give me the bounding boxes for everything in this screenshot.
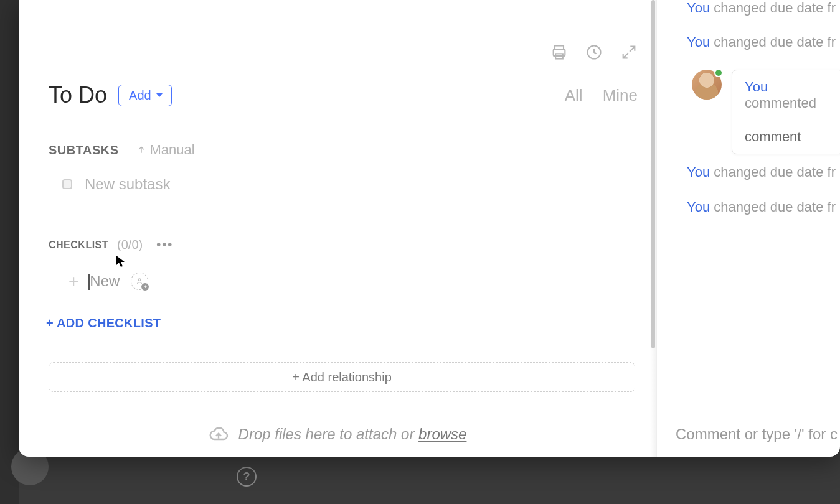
scrollbar[interactable]: [650, 0, 656, 457]
comment-input[interactable]: Comment or type '/' for c: [676, 426, 840, 443]
plus-badge-icon: +: [141, 283, 149, 291]
subtasks-label: SUBTASKS: [49, 143, 119, 157]
svg-point-4: [139, 279, 141, 281]
add-button[interactable]: Add: [118, 85, 172, 106]
assign-user-button[interactable]: +: [131, 273, 148, 290]
comment-body: comment: [745, 129, 831, 145]
activity-item: You changed due date fr: [657, 199, 840, 215]
arrow-up-icon: [136, 145, 146, 155]
comment-author: You: [745, 79, 768, 95]
file-dropzone[interactable]: Drop files here to attach or browse: [19, 424, 656, 444]
history-icon[interactable]: [585, 44, 603, 63]
activity-text: changed due date fr: [714, 199, 836, 215]
add-checklist-link[interactable]: + ADD CHECKLIST: [46, 316, 161, 330]
activity-text: changed due date fr: [714, 164, 836, 180]
add-relationship-label: + Add relationship: [292, 370, 392, 385]
subtasks-sort-label: Manual: [150, 142, 195, 158]
subtasks-header: SUBTASKS Manual: [49, 142, 195, 158]
online-status-icon: [714, 68, 723, 77]
hidden-sidebar: [0, 0, 19, 504]
comment-item: You commented comment: [692, 70, 840, 154]
checklist-new-row[interactable]: + New +: [68, 271, 148, 291]
add-button-label: Add: [129, 88, 151, 103]
mouse-cursor-icon: [116, 255, 126, 268]
activity-author: You: [687, 0, 710, 16]
checklist-menu[interactable]: •••: [156, 238, 173, 252]
filter-tabs: All Mine: [565, 86, 638, 105]
checklist-count: (0/0): [117, 238, 143, 252]
comment-bubble[interactable]: You commented comment: [732, 70, 840, 154]
plus-icon: +: [68, 271, 78, 291]
subtask-checkbox[interactable]: [62, 179, 72, 189]
top-icon-row: [550, 44, 638, 63]
activity-text: changed due date fr: [714, 0, 836, 16]
dropzone-caption: Drop files here to attach or: [238, 426, 418, 442]
cloud-upload-icon: [209, 424, 229, 444]
print-icon[interactable]: [550, 44, 568, 63]
help-button[interactable]: ?: [237, 467, 257, 487]
page-title: To Do: [49, 82, 107, 108]
activity-author: You: [687, 199, 710, 215]
activity-text: changed due date fr: [714, 34, 836, 50]
activity-column: You changed due date fr You changed due …: [657, 0, 840, 457]
checklist-label: CHECKLIST: [49, 240, 108, 251]
browse-link[interactable]: browse: [418, 426, 466, 442]
subtask-placeholder: New subtask: [85, 175, 170, 193]
filter-all[interactable]: All: [565, 86, 583, 105]
activity-item: You changed due date fr: [657, 34, 840, 50]
comment-input-placeholder: Comment or type '/' for c: [676, 426, 838, 442]
subtasks-sort[interactable]: Manual: [136, 142, 195, 158]
add-relationship-button[interactable]: + Add relationship: [49, 362, 635, 392]
dropzone-text: Drop files here to attach or browse: [238, 426, 467, 443]
checklist-new-input[interactable]: New: [90, 273, 120, 290]
activity-author: You: [687, 164, 710, 180]
activity-author: You: [687, 34, 710, 50]
filter-mine[interactable]: Mine: [603, 86, 638, 105]
checklist-header: CHECKLIST (0/0) •••: [49, 238, 173, 252]
main-column: To Do Add All Mine SUBTASKS Manual New s…: [19, 0, 657, 457]
expand-icon[interactable]: [620, 44, 638, 63]
activity-item: You changed due date fr: [657, 164, 840, 180]
header-row: To Do Add All Mine: [49, 82, 638, 108]
task-modal: To Do Add All Mine SUBTASKS Manual New s…: [19, 0, 840, 457]
comment-action: commented: [745, 95, 816, 111]
chevron-down-icon: [156, 93, 163, 97]
activity-item: You changed due date fr: [657, 0, 840, 16]
new-subtask-row[interactable]: New subtask: [62, 175, 170, 193]
